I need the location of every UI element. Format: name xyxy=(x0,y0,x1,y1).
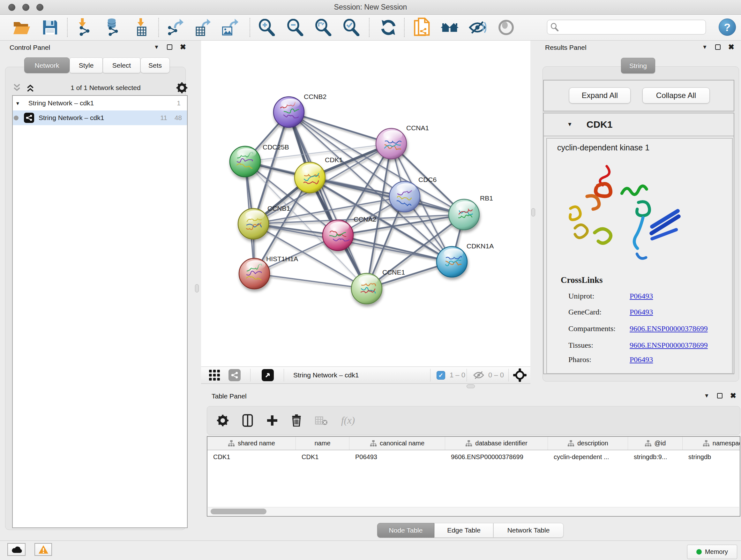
network-node-CCNA2[interactable] xyxy=(323,220,353,251)
network-node-CDC25B[interactable] xyxy=(230,146,260,177)
column-header[interactable]: name xyxy=(296,437,349,450)
network-node-CDK1[interactable] xyxy=(294,162,325,193)
network-collection-row[interactable]: ▼ String Network – cdk1 1 xyxy=(13,96,187,111)
export-table-button[interactable] xyxy=(193,17,213,38)
float-panel-icon[interactable] xyxy=(167,44,172,50)
crosshair-icon xyxy=(513,368,527,382)
tab-string[interactable]: String xyxy=(621,58,655,73)
crosslinks-title: CrossLinks xyxy=(561,275,603,285)
eye-slash-button[interactable] xyxy=(467,17,488,38)
memory-button[interactable]: Memory xyxy=(687,545,737,559)
tab-edge-table[interactable]: Edge Table xyxy=(434,523,493,538)
import-table-file-button[interactable] xyxy=(131,17,152,38)
refresh-button[interactable] xyxy=(378,17,399,38)
uniprot-link[interactable]: P06493 xyxy=(630,292,653,300)
gear-icon[interactable] xyxy=(176,82,188,94)
column-header[interactable]: database identifier xyxy=(445,437,548,450)
expand-all-button[interactable]: Expand All xyxy=(569,87,630,104)
left-splitter-handle[interactable] xyxy=(195,284,199,293)
crosslink-row: GeneCard: P06493 xyxy=(568,308,728,316)
tab-select[interactable]: Select xyxy=(103,57,140,73)
fit-selected-button[interactable] xyxy=(513,367,527,383)
search-input[interactable] xyxy=(559,21,705,34)
tab-style[interactable]: Style xyxy=(70,57,103,73)
export-image-button[interactable] xyxy=(220,17,240,38)
genecard-link[interactable]: P06493 xyxy=(630,308,653,316)
close-panel-icon[interactable]: ✖ xyxy=(180,44,186,51)
add-column-icon[interactable] xyxy=(266,415,278,426)
table-panel: Table Panel ▼ ✖ f(x) shared name name xyxy=(204,388,741,541)
collapse-panel-icon[interactable]: ▼ xyxy=(702,44,708,51)
open-in-window-button[interactable] xyxy=(262,367,274,383)
delete-column-icon[interactable] xyxy=(291,415,301,427)
column-header[interactable]: @id xyxy=(628,437,683,450)
collapse-all-icon[interactable] xyxy=(12,83,22,92)
tab-node-table[interactable]: Node Table xyxy=(377,523,434,538)
network-badge-gray[interactable] xyxy=(228,367,241,383)
birds-eye-view-button[interactable] xyxy=(209,367,220,383)
cloud-button[interactable] xyxy=(7,543,25,556)
tab-network[interactable]: Network xyxy=(24,57,70,73)
horizontal-scrollbar[interactable] xyxy=(208,507,739,515)
tissues-link[interactable]: 9606.ENSP00000378699 xyxy=(630,341,708,349)
string-document-button[interactable] xyxy=(412,17,432,38)
column-header[interactable]: shared name xyxy=(207,437,296,450)
close-panel-icon[interactable]: ✖ xyxy=(730,392,736,399)
float-panel-icon[interactable] xyxy=(717,393,723,398)
column-header[interactable]: canonical name xyxy=(349,437,445,450)
network-node-CCNB1[interactable] xyxy=(238,208,269,239)
selected-checkbox-icon[interactable]: ✓ xyxy=(436,371,445,380)
function-builder-icon: f(x) xyxy=(341,415,355,426)
scrollbar-thumb[interactable] xyxy=(211,509,266,514)
network-graph[interactable]: CCNB2CCNA1CDC25BCDK1CDC6RB1CCNB1CCNA2CDK… xyxy=(201,41,530,367)
double-house-button[interactable] xyxy=(440,17,460,38)
pharos-link[interactable]: P06493 xyxy=(630,355,653,364)
network-node-CCNE1[interactable] xyxy=(351,273,382,304)
section-expand-icon[interactable]: ▼ xyxy=(567,121,572,128)
warnings-button[interactable] xyxy=(35,543,52,556)
zoom-selected-button[interactable] xyxy=(341,17,361,38)
network-node-CDKN1A[interactable] xyxy=(436,246,467,277)
column-header[interactable]: namespace xyxy=(683,437,740,450)
window-title: Session: New Session xyxy=(0,3,741,11)
save-session-button[interactable] xyxy=(40,17,60,38)
right-splitter-handle[interactable] xyxy=(531,208,535,216)
float-panel-icon[interactable] xyxy=(715,44,721,50)
table-row[interactable]: CDK1 CDK1 P06493 9606.ENSP00000378699 cy… xyxy=(207,450,740,463)
tab-network-table[interactable]: Network Table xyxy=(493,523,563,538)
houses-icon xyxy=(441,19,460,36)
node-table[interactable]: shared name name canonical name database… xyxy=(207,436,740,516)
network-node-CCNB2[interactable] xyxy=(273,97,304,127)
import-network-file-button[interactable] xyxy=(75,17,95,38)
collapse-panel-icon[interactable]: ▼ xyxy=(704,393,710,399)
compartments-link[interactable]: 9606.ENSP00000378699 xyxy=(630,324,708,333)
network-selected-status: 1 of 1 Network selected xyxy=(35,84,176,91)
network-node-CCNA1[interactable] xyxy=(376,128,407,159)
collapse-panel-icon[interactable]: ▼ xyxy=(154,44,159,51)
zoom-in-button[interactable] xyxy=(257,17,277,38)
network-row[interactable]: String Network – cdk1 11 48 xyxy=(13,111,187,125)
column-header[interactable]: description xyxy=(548,437,628,450)
network-node-CDC6[interactable] xyxy=(389,181,420,212)
export-network-button[interactable] xyxy=(165,17,186,38)
zoom-out-button[interactable] xyxy=(285,17,306,38)
network-canvas[interactable]: CCNB2CCNA1CDC25BCDK1CDC6RB1CCNB1CCNA2CDK… xyxy=(201,41,530,367)
network-node-RB1[interactable] xyxy=(449,199,479,230)
hidden-eye-icon xyxy=(473,371,484,380)
expand-all-icon[interactable] xyxy=(25,83,35,92)
import-network-database-button[interactable] xyxy=(103,17,124,38)
open-session-button[interactable] xyxy=(11,17,32,38)
tree-expand-icon[interactable]: ▼ xyxy=(15,101,20,106)
node-label-CCNE1: CCNE1 xyxy=(382,268,405,276)
help-button[interactable]: ? xyxy=(719,18,736,36)
network-node-HIST1H1A[interactable] xyxy=(239,258,270,289)
close-panel-icon[interactable]: ✖ xyxy=(728,44,734,51)
select-columns-icon[interactable] xyxy=(242,414,253,427)
collapse-all-button[interactable]: Collapse All xyxy=(643,87,710,104)
gray-sphere-button[interactable] xyxy=(496,17,516,38)
table-gear-icon[interactable] xyxy=(217,415,229,427)
horizontal-splitter-handle[interactable] xyxy=(467,384,475,388)
gene-section-header[interactable]: ▼ CDK1 xyxy=(544,113,734,136)
zoom-fit-button[interactable] xyxy=(313,17,333,38)
tab-sets[interactable]: Sets xyxy=(140,57,170,73)
